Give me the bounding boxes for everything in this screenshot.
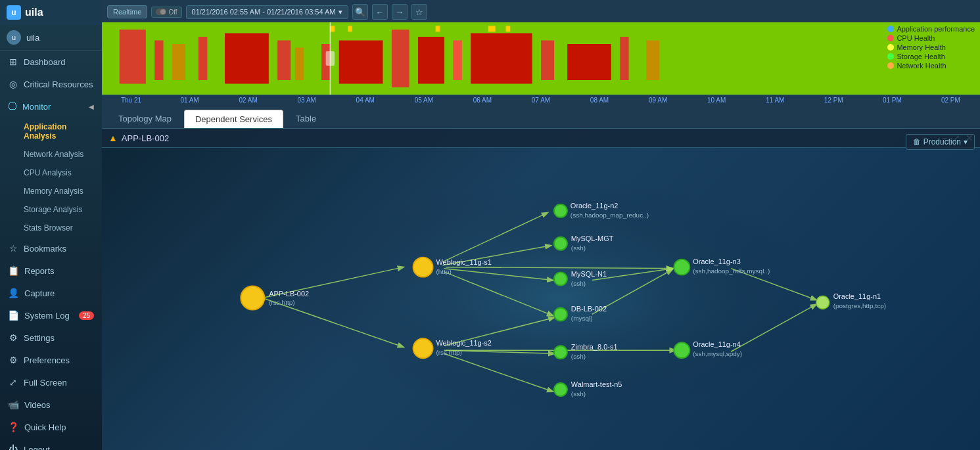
sidebar-item-dashboard[interactable]: ⊞ Dashboard	[0, 51, 102, 73]
sidebar-item-full-screen-label: Full Screen	[24, 378, 67, 388]
network-graph[interactable]: APP-LB-002 (rss,http) Weblogic_11g-s1 (h…	[102, 148, 980, 448]
time-label-7: 07 AM	[511, 97, 570, 104]
time-label-0: Thu 21	[102, 97, 160, 104]
realtime-button[interactable]: Realtime	[107, 5, 147, 18]
time-label-11: 11 AM	[746, 97, 805, 104]
capture-icon: 👤	[8, 288, 19, 298]
sidebar-user-section: u uila	[0, 25, 102, 51]
sidebar-item-capture[interactable]: 👤 Capture	[0, 282, 102, 304]
sidebar-item-bookmarks[interactable]: ☆ Bookmarks	[0, 237, 102, 259]
svg-text:(ssh,mysql,spdy): (ssh,mysql,spdy)	[693, 350, 742, 357]
sidebar-item-reports[interactable]: 📋 Reports	[0, 259, 102, 282]
node-oracle-n2[interactable]	[554, 204, 567, 217]
legend-storage-health-label: Storage Health	[897, 53, 945, 60]
svg-rect-15	[567, 44, 611, 80]
sidebar-item-storage-analysis[interactable]: Storage Analysis	[18, 200, 102, 219]
sidebar-item-system-log-label: System Log	[24, 311, 70, 321]
tab-topology-map[interactable]: Topology Map	[107, 109, 183, 128]
sidebar-item-application-analysis[interactable]: Application Analysis	[18, 118, 102, 145]
sidebar-item-monitor-label: Monitor	[22, 102, 51, 112]
preferences-icon: ⚙	[8, 355, 18, 365]
svg-rect-7	[295, 48, 304, 81]
off-label: Off	[168, 9, 177, 16]
legend-memory-health-label: Memory Health	[897, 43, 946, 51]
sidebar-item-videos-label: Videos	[24, 400, 51, 410]
sidebar-item-monitor[interactable]: 🖵 Monitor ◀	[0, 95, 102, 118]
sidebar-item-reports-label: Reports	[24, 266, 55, 276]
tab-table[interactable]: Table	[285, 109, 327, 128]
sidebar-item-capture-label: Capture	[24, 288, 55, 298]
back-icon: ←	[375, 7, 384, 17]
node-mysql-mgt[interactable]	[554, 237, 567, 250]
network-analysis-label: Network Analysis	[24, 150, 83, 159]
full-screen-icon: ⤢	[8, 377, 18, 388]
settings-icon: ⚙	[8, 332, 18, 343]
sidebar-item-full-screen[interactable]: ⤢ Full Screen	[0, 371, 102, 394]
sidebar-item-memory-analysis[interactable]: Memory Analysis	[18, 182, 102, 200]
forward-button[interactable]: →	[392, 4, 408, 20]
sidebar-item-cpu-analysis[interactable]: CPU Analysis	[18, 164, 102, 182]
warning-icon: ▲	[108, 133, 118, 143]
svg-text:(ssh): (ssh)	[571, 244, 586, 252]
sidebar-item-dashboard-label: Dashboard	[24, 57, 66, 67]
time-label-6: 06 AM	[453, 97, 511, 104]
node-label-oracle-n4: Oracle_11g-n4	[693, 340, 740, 348]
sidebar-item-logout[interactable]: ⏻ Logout	[0, 438, 102, 450]
dashboard-icon: ⊞	[8, 56, 18, 67]
timeline-chart[interactable]: Application performance CPU Health Memor…	[102, 22, 980, 95]
sidebar-item-network-analysis[interactable]: Network Analysis	[18, 145, 102, 164]
sidebar-item-stats-browser[interactable]: Stats Browser	[18, 219, 102, 237]
datetime-range-text: 01/21/2016 02:55 AM - 01/21/2016 03:54 A…	[192, 8, 336, 16]
svg-rect-5	[225, 34, 269, 84]
sidebar-item-preferences[interactable]: ⚙ Preferences	[0, 349, 102, 371]
node-label-app-lb-002: APP-LB-002	[269, 290, 309, 298]
node-oracle-n3[interactable]	[674, 259, 689, 275]
node-weblogic-s2[interactable]	[413, 338, 433, 358]
zoom-button[interactable]: 🔍	[352, 4, 368, 20]
production-dropdown[interactable]: 🗑 Production ▾	[906, 134, 975, 150]
toggle-off[interactable]: Off	[151, 7, 181, 18]
node-app-lb-002[interactable]	[241, 286, 264, 310]
node-db-lb-002[interactable]	[554, 307, 567, 321]
critical-resources-icon: ◎	[8, 79, 18, 89]
main-content: Realtime Off 01/21/2016 02:55 AM - 01/21…	[102, 0, 980, 450]
node-weblogic-s1[interactable]	[413, 258, 433, 277]
node-oracle-n4[interactable]	[674, 342, 689, 358]
node-label-db-lb-002: DB-LB-002	[571, 305, 607, 313]
sidebar-item-settings[interactable]: ⚙ Settings	[0, 326, 102, 349]
svg-rect-20	[436, 26, 440, 32]
legend-cpu-health-label: CPU Health	[897, 34, 935, 42]
svg-rect-10	[392, 30, 409, 87]
node-label-weblogic-s2: Weblogic_11g-s2	[436, 339, 491, 347]
node-oracle-n1[interactable]	[816, 296, 829, 309]
sidebar-item-critical-resources-label: Critical Resources	[24, 79, 93, 89]
sidebar-item-videos[interactable]: 📹 Videos	[0, 394, 102, 416]
node-zimbra[interactable]	[554, 346, 567, 359]
node-walmart[interactable]	[554, 383, 567, 396]
dropdown-arrow-icon: ▾	[338, 8, 342, 16]
star-button[interactable]: ☆	[411, 4, 427, 20]
legend-network-health-label: Network Health	[897, 62, 946, 70]
node-label-walmart: Walmart-test-n5	[571, 380, 622, 388]
back-button[interactable]: ←	[372, 4, 388, 20]
time-label-3: 03 AM	[277, 97, 336, 104]
storage-analysis-label: Storage Analysis	[24, 205, 82, 214]
sidebar-item-critical-resources[interactable]: ◎ Critical Resources	[0, 73, 102, 95]
svg-text:(ssh): (ssh)	[571, 390, 586, 397]
sidebar-item-quick-help[interactable]: ❓ Quick Help	[0, 416, 102, 438]
svg-rect-21	[488, 26, 496, 32]
chart-legend: Application performance CPU Health Memor…	[887, 25, 975, 70]
datetime-range-picker[interactable]: 01/21/2016 02:55 AM - 01/21/2016 03:54 A…	[186, 5, 348, 19]
time-label-10: 10 AM	[688, 97, 746, 104]
tab-dependent-services[interactable]: Dependent Services	[184, 110, 283, 128]
tab-topology-map-label: Topology Map	[118, 114, 172, 124]
production-arrow-icon: ▾	[964, 137, 968, 146]
legend-memory-health: Memory Health	[887, 43, 975, 51]
svg-text:(postgres,http,tcp): (postgres,http,tcp)	[833, 302, 886, 309]
tab-table-label: Table	[296, 114, 316, 124]
svg-rect-18	[330, 26, 335, 32]
node-mysql-n1[interactable]	[554, 273, 567, 286]
sidebar-item-system-log[interactable]: 📄 System Log 25	[0, 304, 102, 326]
svg-text:(ssh): (ssh)	[571, 280, 586, 287]
chart-svg	[102, 22, 980, 95]
